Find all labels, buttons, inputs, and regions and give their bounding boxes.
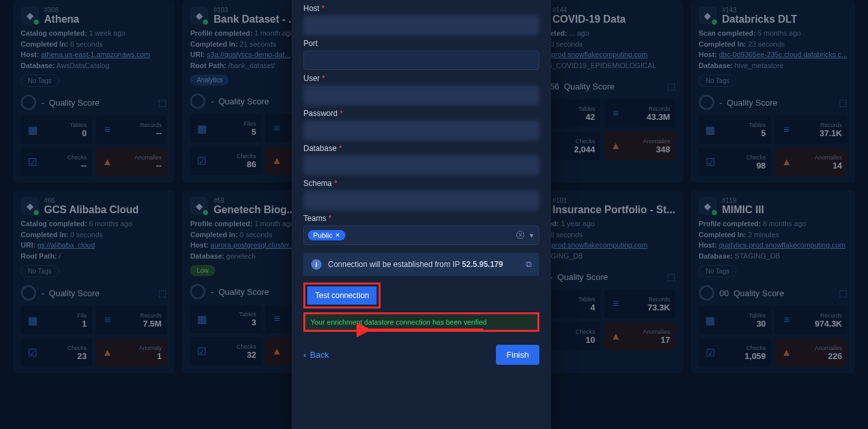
database-input[interactable] bbox=[303, 156, 539, 175]
clear-icon[interactable]: ⓧ bbox=[516, 229, 524, 241]
success-message: Your enrichment datastore connection has… bbox=[311, 318, 532, 326]
password-label: Password * bbox=[303, 109, 539, 118]
port-input[interactable] bbox=[303, 51, 539, 70]
schema-input[interactable] bbox=[303, 191, 539, 210]
password-input[interactable] bbox=[303, 121, 539, 140]
chevron-left-icon: ‹ bbox=[303, 350, 306, 360]
test-connection-button[interactable]: Test connection bbox=[307, 286, 377, 305]
host-label: Host * bbox=[303, 4, 539, 13]
finish-button[interactable]: Finish bbox=[496, 345, 539, 365]
database-label: Database * bbox=[303, 144, 539, 153]
highlight-test-connection: Test connection bbox=[303, 283, 381, 308]
host-input[interactable] bbox=[303, 16, 539, 35]
connection-modal: Host * Port User * Password * Database *… bbox=[292, 0, 551, 429]
user-input[interactable] bbox=[303, 86, 539, 105]
chip-remove-icon[interactable]: ✕ bbox=[335, 232, 340, 238]
back-button[interactable]: ‹ Back bbox=[303, 350, 329, 360]
ip-info-banner: i Connection will be established from IP… bbox=[303, 253, 539, 276]
info-icon: i bbox=[311, 259, 322, 270]
highlight-success-message: Your enrichment datastore connection has… bbox=[303, 312, 539, 332]
caret-down-icon[interactable]: ▼ bbox=[528, 232, 535, 239]
teams-label: Teams * bbox=[303, 214, 539, 223]
schema-label: Schema * bbox=[303, 179, 539, 188]
port-label: Port bbox=[303, 39, 539, 48]
teams-select[interactable]: Public ✕ ⓧ ▼ bbox=[303, 226, 539, 245]
team-chip[interactable]: Public ✕ bbox=[308, 230, 346, 240]
user-label: User * bbox=[303, 74, 539, 83]
copy-icon[interactable]: ⧉ bbox=[526, 259, 532, 270]
